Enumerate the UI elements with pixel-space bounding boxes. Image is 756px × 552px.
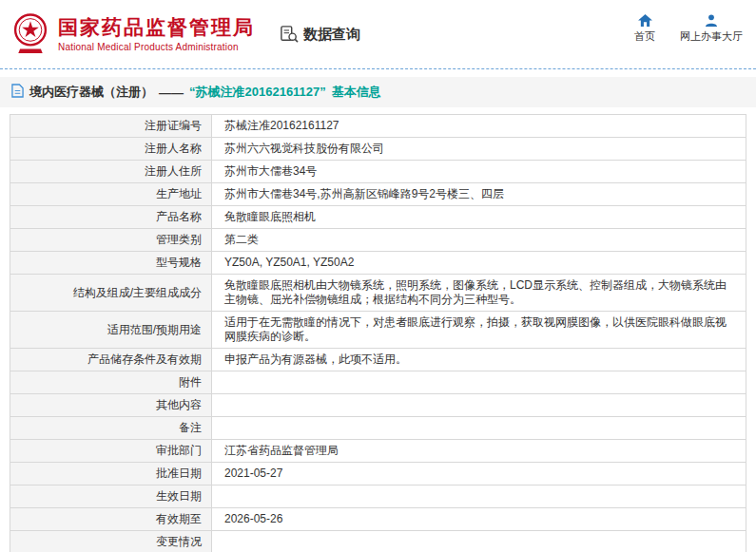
row-label: 注册人住所 xyxy=(10,161,212,183)
row-value: 免散瞳眼底照相机 xyxy=(212,206,746,229)
row-label-text: 附件 xyxy=(179,375,202,389)
table-row: 有效期至 2026-05-26 xyxy=(10,508,746,531)
row-label-text: 注册人住所 xyxy=(145,164,202,178)
agency-name-cn: 国家药品监督管理局 xyxy=(58,16,255,38)
row-label: 型号规格 xyxy=(10,252,212,275)
row-label-text: 产品名称 xyxy=(156,210,202,223)
data-query-heading: 数据查询 xyxy=(280,26,360,44)
row-value: 苏州市大儒巷34号 xyxy=(212,161,746,183)
table-row: 审批部门 江苏省药品监督管理局 xyxy=(10,440,746,463)
row-label: 其他内容 xyxy=(10,394,212,417)
row-label-text: 型号规格 xyxy=(156,256,202,269)
registration-info-table: 注册证编号 苏械注准20162161127 注册人名称 苏州六六视觉科技股份有限… xyxy=(10,114,746,552)
row-label: 审批部门 xyxy=(10,440,212,463)
row-value: 2026-05-26 xyxy=(212,508,746,531)
row-label: 有效期至 xyxy=(10,508,212,531)
data-query-icon xyxy=(280,26,299,43)
row-label: 结构及组成/主要组成成分 xyxy=(10,275,212,312)
row-label-text: 注册人名称 xyxy=(145,142,202,155)
row-value: 免散瞳眼底照相机由大物镜系统，照明系统，图像系统，LCD显示系统、控制器组成，大… xyxy=(212,275,746,312)
home-icon xyxy=(638,14,652,27)
row-value: 苏州六六视觉科技股份有限公司 xyxy=(212,138,746,161)
page-title-suffix: 基本信息 xyxy=(332,84,381,101)
table-row: 其他内容 xyxy=(10,394,746,417)
row-label-text: 管理类别 xyxy=(156,233,202,246)
row-label: 产品储存条件及有效期 xyxy=(10,349,212,371)
table-row: 管理类别 第二类 xyxy=(10,229,746,252)
top-nav: 首页 网上办事大厅 xyxy=(634,14,743,44)
row-value: 苏械注准20162161127 xyxy=(212,115,746,138)
row-label: 生效日期 xyxy=(10,485,212,508)
row-label: 注册证编号 xyxy=(10,115,212,138)
table-row: 型号规格 YZ50A, YZ50A1, YZ50A2 xyxy=(10,252,746,275)
table-row: 附件 xyxy=(10,371,746,394)
site-header: 国家药品监督管理局 National Medical Products Admi… xyxy=(0,0,756,68)
row-value: 苏州市大儒巷34号,苏州高新区锦峰路9号2号楼三、四层 xyxy=(212,183,746,206)
row-label-text: 注册证编号 xyxy=(145,119,202,132)
row-value xyxy=(212,531,746,552)
row-label-text: 其他内容 xyxy=(156,398,202,411)
agency-title-block: 国家药品监督管理局 National Medical Products Admi… xyxy=(58,16,255,52)
row-label: 备注 xyxy=(10,417,212,440)
table-row: 变更情况 xyxy=(10,531,746,552)
info-table-body: 注册证编号 苏械注准20162161127 注册人名称 苏州六六视觉科技股份有限… xyxy=(10,115,746,552)
row-label: 管理类别 xyxy=(10,229,212,252)
row-label-text: 备注 xyxy=(179,421,202,434)
row-value xyxy=(212,371,746,394)
nav-online-hall-label: 网上办事大厅 xyxy=(680,29,743,44)
agency-name-en: National Medical Products Administration xyxy=(58,42,255,52)
dashed-divider xyxy=(0,68,756,69)
row-label: 产品名称 xyxy=(10,206,212,229)
row-value: YZ50A, YZ50A1, YZ50A2 xyxy=(212,252,746,275)
row-value: 申报产品为有源器械，此项不适用。 xyxy=(212,349,746,371)
row-label: 适用范围/预期用途 xyxy=(10,312,212,349)
table-row: 结构及组成/主要组成成分 免散瞳眼底照相机由大物镜系统，照明系统，图像系统，LC… xyxy=(10,275,746,312)
row-label-text: 批准日期 xyxy=(156,466,202,480)
page-title-registration-no: “苏械注准20162161127” xyxy=(189,84,326,101)
table-row: 适用范围/预期用途 适用于在无需散瞳的情况下，对患者眼底进行观察，拍摄，获取视网… xyxy=(10,312,746,349)
page-title-dash: —— xyxy=(159,86,184,100)
nav-online-hall[interactable]: 网上办事大厅 xyxy=(680,14,743,44)
nav-home[interactable]: 首页 xyxy=(634,14,655,44)
page-title-bar: 境内医疗器械（注册） —— “苏械注准20162161127” 基本信息 xyxy=(0,77,756,107)
row-label: 变更情况 xyxy=(10,531,212,552)
page-title-prefix: 境内医疗器械（注册） xyxy=(29,84,153,101)
table-row: 备注 xyxy=(10,417,746,440)
row-value: 2021-05-27 xyxy=(212,463,746,485)
row-label-text: 有效期至 xyxy=(156,512,202,525)
row-label: 注册人名称 xyxy=(10,138,212,161)
table-row: 生产地址 苏州市大儒巷34号,苏州高新区锦峰路9号2号楼三、四层 xyxy=(10,183,746,206)
row-label-text: 产品储存条件及有效期 xyxy=(87,352,202,366)
row-value: 第二类 xyxy=(212,229,746,252)
row-label-text: 变更情况 xyxy=(156,535,202,548)
row-value xyxy=(212,417,746,440)
data-query-label: 数据查询 xyxy=(303,26,360,44)
row-label: 生产地址 xyxy=(10,183,212,206)
row-label-text: 生产地址 xyxy=(156,187,202,200)
table-row: 产品名称 免散瞳眼底照相机 xyxy=(10,206,746,229)
row-value xyxy=(212,485,746,508)
row-label-text: 适用范围/预期用途 xyxy=(107,323,202,336)
row-label-text: 生效日期 xyxy=(156,489,202,503)
table-row: 注册证编号 苏械注准20162161127 xyxy=(10,115,746,138)
document-icon xyxy=(11,84,24,101)
table-row: 注册人名称 苏州六六视觉科技股份有限公司 xyxy=(10,138,746,161)
row-label: 批准日期 xyxy=(10,463,212,485)
table-row: 生效日期 xyxy=(10,485,746,508)
row-label-text: 结构及组成/主要组成成分 xyxy=(73,286,202,299)
row-value xyxy=(212,394,746,417)
row-label-text: 审批部门 xyxy=(156,444,202,457)
row-label: 附件 xyxy=(10,371,212,394)
table-row: 产品储存条件及有效期 申报产品为有源器械，此项不适用。 xyxy=(10,349,746,371)
nmpa-emblem-logo xyxy=(11,12,49,56)
row-value: 适用于在无需散瞳的情况下，对患者眼底进行观察，拍摄，获取视网膜图像，以供医院眼科… xyxy=(212,312,746,349)
table-row: 注册人住所 苏州市大儒巷34号 xyxy=(10,161,746,183)
row-value: 江苏省药品监督管理局 xyxy=(212,440,746,463)
person-icon xyxy=(705,14,718,27)
nav-home-label: 首页 xyxy=(634,29,655,44)
table-row: 批准日期 2021-05-27 xyxy=(10,463,746,485)
